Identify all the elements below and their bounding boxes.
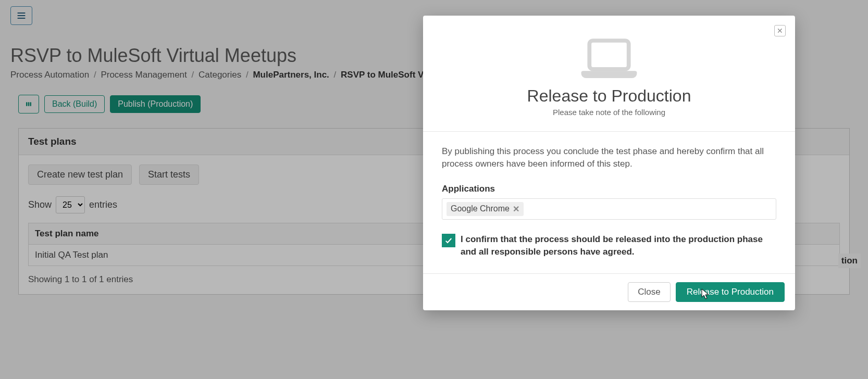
confirm-text: I confirm that the process should be rel… (461, 233, 776, 259)
release-to-production-modal: ✕ Release to Production Please take note… (423, 16, 795, 310)
applications-label: Applications (442, 184, 776, 194)
close-button[interactable]: Close (628, 282, 670, 302)
check-icon (444, 236, 453, 245)
laptop-icon (578, 34, 640, 81)
release-to-production-button[interactable]: Release to Production (676, 282, 785, 302)
modal-subtitle: Please take note of the following (442, 108, 776, 117)
modal-close-button[interactable]: ✕ (774, 25, 786, 36)
applications-input[interactable]: Google Chrome ✕ (442, 198, 776, 220)
remove-chip-icon[interactable]: ✕ (513, 204, 519, 214)
chip-google-chrome: Google Chrome ✕ (447, 202, 524, 216)
confirm-checkbox[interactable] (442, 234, 455, 247)
modal-title: Release to Production (442, 86, 776, 106)
release-button-label: Release to Production (687, 287, 774, 297)
close-icon: ✕ (777, 27, 783, 35)
svg-rect-6 (589, 41, 628, 69)
modal-lead-text: By publishing this process you conclude … (442, 145, 776, 170)
chip-label: Google Chrome (451, 204, 510, 213)
